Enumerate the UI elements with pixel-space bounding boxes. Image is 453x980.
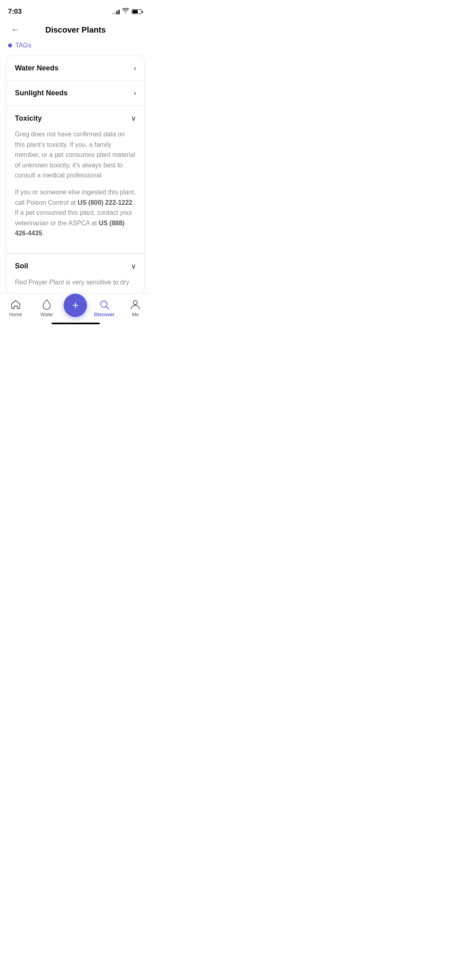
- toxicity-paragraph2: If you or someone else ingested this pla…: [15, 187, 136, 239]
- nav-item-discover[interactable]: Discover: [90, 299, 118, 317]
- water-needs-row[interactable]: Water Needs ›: [7, 56, 144, 81]
- water-needs-chevron-icon: ›: [134, 64, 136, 72]
- water-needs-label: Water Needs: [15, 64, 58, 72]
- soil-content: Red Prayer Plant is very sensitive to dr…: [7, 277, 144, 294]
- sunlight-needs-chevron-icon: ›: [134, 89, 136, 97]
- add-button[interactable]: +: [64, 294, 87, 317]
- soil-chevron-icon: ∨: [131, 262, 136, 271]
- back-arrow-icon: ←: [11, 25, 20, 35]
- soil-text: Red Prayer Plant is very sensitive to dr…: [15, 277, 136, 288]
- toxicity-section: Toxicity ∨ Greg does not have confirmed …: [7, 106, 144, 253]
- toxicity-chevron-icon: ∨: [131, 114, 136, 123]
- water-label: Water: [40, 312, 53, 317]
- nav-item-water[interactable]: Water: [33, 299, 61, 317]
- main-card: Water Needs › Sunlight Needs › Toxicity …: [6, 56, 145, 294]
- tags-strip: TAGs: [0, 42, 151, 54]
- battery-icon: [132, 9, 143, 14]
- toxicity-row[interactable]: Toxicity ∨: [7, 106, 144, 129]
- tag-dot-icon: [8, 43, 12, 47]
- sunlight-needs-label: Sunlight Needs: [15, 89, 68, 97]
- sunlight-needs-row[interactable]: Sunlight Needs ›: [7, 81, 144, 106]
- soil-section: Soil ∨ Red Prayer Plant is very sensitiv…: [7, 253, 144, 294]
- soil-label: Soil: [15, 262, 28, 270]
- signal-icon: [112, 9, 120, 14]
- soil-row[interactable]: Soil ∨: [7, 253, 144, 277]
- svg-line-1: [106, 307, 109, 309]
- page-title: Discover Plants: [45, 25, 105, 35]
- toxicity-p2-post: .: [42, 230, 44, 237]
- status-bar: 7:03: [0, 0, 151, 18]
- nav-item-home[interactable]: Home: [2, 299, 30, 317]
- toxicity-content: Greg does not have confirmed data on thi…: [7, 129, 144, 253]
- tags-label: TAGs: [15, 42, 31, 49]
- discover-label: Discover: [94, 312, 115, 317]
- discover-icon: [99, 299, 110, 310]
- toxicity-label: Toxicity: [15, 114, 42, 123]
- me-label: Me: [132, 312, 139, 317]
- status-time: 7:03: [8, 8, 22, 16]
- wifi-icon: [122, 8, 129, 15]
- home-bar: [52, 323, 100, 324]
- me-icon: [130, 299, 141, 310]
- toxicity-paragraph1: Greg does not have confirmed data on thi…: [15, 129, 136, 181]
- nav-item-me[interactable]: Me: [121, 299, 149, 317]
- toxicity-poison-control: US (800) 222-1222: [78, 199, 132, 206]
- home-icon: [10, 299, 21, 310]
- header: ← Discover Plants: [0, 18, 151, 42]
- svg-point-2: [133, 301, 137, 305]
- status-icons: [112, 8, 143, 15]
- bottom-nav: Home Water + Discover Me: [0, 293, 151, 327]
- water-icon: [41, 299, 52, 310]
- back-button[interactable]: ←: [8, 23, 23, 37]
- home-label: Home: [9, 312, 22, 317]
- add-icon: +: [72, 300, 79, 311]
